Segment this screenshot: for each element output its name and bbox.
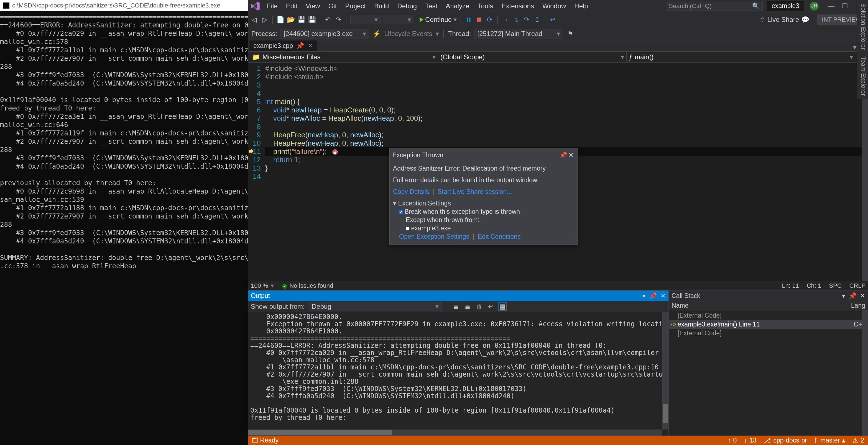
vs-logo-icon xyxy=(250,1,260,11)
branch-name[interactable]: ᚶ master ▴ xyxy=(814,437,845,444)
commits-up[interactable]: ↑ 0 xyxy=(728,437,737,444)
clear-icon[interactable]: 🗑 xyxy=(475,303,483,310)
console-output[interactable]: ========================================… xyxy=(0,11,248,445)
menu-file[interactable]: File xyxy=(263,1,282,12)
repo-name[interactable]: ⎇ cpp-docs-pr xyxy=(764,437,807,444)
side-rails: Solution ExplorerTeam Explorer xyxy=(857,0,868,445)
status-indent[interactable]: SPC xyxy=(829,282,841,289)
start-liveshare-link[interactable]: Start Live Share session... xyxy=(438,188,512,195)
autohide-icon[interactable]: 📌 xyxy=(649,292,657,300)
show-next-stmt-icon[interactable]: → xyxy=(502,16,509,24)
minimize-button[interactable]: — xyxy=(824,1,838,11)
thread-combo[interactable]: [251272] Main Thread▾ xyxy=(474,29,563,38)
menu-git[interactable]: Git xyxy=(324,1,341,12)
menu-debug[interactable]: Debug xyxy=(393,1,421,12)
wordwrap-icon[interactable]: ↵ xyxy=(487,303,495,310)
menu-tools[interactable]: Tools xyxy=(474,1,497,12)
pin-icon[interactable]: 📌 xyxy=(296,42,304,49)
document-tab[interactable]: example3.cpp 📌 ✕ xyxy=(249,40,317,51)
maximize-button[interactable]: ☐ xyxy=(838,1,852,11)
continue-button[interactable]: Continue ▾ xyxy=(420,16,457,24)
live-share-label[interactable]: Live Share xyxy=(767,16,799,24)
output-titlebar[interactable]: Output ▾ 📌 ✕ xyxy=(248,290,669,301)
nav-back-icon[interactable]: ◁ xyxy=(250,16,258,24)
edit-conditions-link[interactable]: Edit Conditions xyxy=(478,233,521,240)
collapse-icon[interactable]: ▾ xyxy=(393,200,396,207)
menu-build[interactable]: Build xyxy=(370,1,393,12)
window-position-icon[interactable]: ▾ xyxy=(842,292,845,300)
prev-icon[interactable]: ≣ xyxy=(464,303,471,310)
lifecycle-icon[interactable]: ⚡ xyxy=(372,30,381,38)
side-rail-team-explorer[interactable]: Team Explorer xyxy=(857,53,868,99)
menu-analyze[interactable]: Analyze xyxy=(442,1,473,12)
process-combo[interactable]: [244600] example3.exe▾ xyxy=(280,29,369,38)
user-badge[interactable]: JR xyxy=(810,2,819,10)
callstack-header[interactable]: Name Lang xyxy=(669,301,868,310)
undo-icon[interactable]: ↶ xyxy=(324,16,332,24)
config-combo[interactable]: ▾ xyxy=(350,15,381,24)
tab-dropdown-icon[interactable]: ▾ xyxy=(853,43,856,51)
callstack-row[interactable]: [External Code] xyxy=(669,311,868,320)
solution-name[interactable]: example3 xyxy=(767,1,804,11)
step-into-icon[interactable]: ↴ xyxy=(512,16,520,24)
new-project-icon[interactable]: 📄 xyxy=(277,16,284,24)
except-example3-checkbox[interactable] xyxy=(406,227,409,230)
break-when-thrown-checkbox[interactable] xyxy=(399,210,403,214)
break-all-icon[interactable] xyxy=(465,16,472,24)
open-exception-settings-link[interactable]: Open Exception Settings xyxy=(399,233,469,240)
console-titlebar[interactable]: c:\MSDN\cpp-docs-pr\docs\sanitizers\SRC_… xyxy=(0,0,248,11)
lifecycle-label[interactable]: Lifecycle Events xyxy=(384,30,432,38)
save-icon[interactable]: 💾 xyxy=(298,16,305,24)
nav-fwd-icon[interactable]: ▷ xyxy=(261,16,269,24)
step-out-icon[interactable]: ↥ xyxy=(533,16,541,24)
side-rail-solution-explorer[interactable]: Solution Explorer xyxy=(857,0,868,53)
redo-icon[interactable]: ↷ xyxy=(335,16,342,24)
stack-frame-icon[interactable]: ⚑ xyxy=(566,30,574,38)
code-editor[interactable]: 1234567891011121314 #include <Windows.h>… xyxy=(248,63,868,281)
nav-scope-combo[interactable]: (Global Scope) ▾ xyxy=(438,52,627,62)
callstack-row[interactable]: ➪example3.exe!main() Line 11C++ xyxy=(669,320,868,329)
menu-project[interactable]: Project xyxy=(341,1,370,12)
close-tab-icon[interactable]: ✕ xyxy=(308,42,313,49)
callstack-panel: Call Stack ▾ 📌 ✕ Name Lang xyxy=(669,290,868,436)
nav-project-combo[interactable]: 📁 Miscellaneous Files ▾ xyxy=(250,52,438,62)
restart-icon[interactable]: ⟳ xyxy=(486,16,494,24)
window-position-icon[interactable]: ▾ xyxy=(643,292,646,300)
vs-titlebar[interactable]: FileEditViewGitProjectBuildDebugTestAnal… xyxy=(248,0,868,12)
autohide-icon[interactable]: 📌 xyxy=(848,292,857,300)
output-source-combo[interactable]: Debug▾ xyxy=(309,302,442,311)
commits-down[interactable]: ↓ 13 xyxy=(744,437,756,444)
status-col[interactable]: Ch: 1 xyxy=(807,282,822,289)
open-icon[interactable]: 📂 xyxy=(287,16,295,24)
zoom-combo[interactable]: 100 % xyxy=(251,282,268,289)
output-scrollbar-vertical[interactable] xyxy=(662,312,669,430)
find-icon[interactable]: ≣ xyxy=(452,303,460,310)
step-back-icon[interactable]: ↩ xyxy=(549,16,557,24)
pin-icon[interactable]: 📌 xyxy=(559,151,567,159)
output-scrollbar-horizontal[interactable] xyxy=(248,430,662,436)
close-popup-icon[interactable]: ✕ xyxy=(567,151,575,159)
callstack-titlebar[interactable]: Call Stack ▾ 📌 ✕ xyxy=(669,290,868,301)
menu-test[interactable]: Test xyxy=(421,1,441,12)
output-text[interactable]: 0x00000427B64E0000. Exception thrown at … xyxy=(248,312,669,436)
callstack-row[interactable]: [External Code] xyxy=(669,329,868,338)
quick-search[interactable]: Search (Ctrl+Q) 🔍 xyxy=(666,2,763,10)
feedback-icon[interactable]: 💬 xyxy=(801,16,809,24)
nav-func-combo[interactable]: ƒ main() ▾ xyxy=(627,52,855,62)
error-glyph-icon[interactable] xyxy=(332,149,338,155)
step-over-icon[interactable]: ↷ xyxy=(523,16,530,24)
menu-help[interactable]: Help xyxy=(570,1,592,12)
platform-combo[interactable]: ▾ xyxy=(383,15,414,24)
menu-extensions[interactable]: Extensions xyxy=(498,1,538,12)
menu-view[interactable]: View xyxy=(302,1,324,12)
menu-window[interactable]: Window xyxy=(538,1,570,12)
menu-edit[interactable]: Edit xyxy=(282,1,301,12)
copy-details-link[interactable]: Copy Details xyxy=(393,188,429,195)
close-panel-icon[interactable]: ✕ xyxy=(660,292,666,300)
save-all-icon[interactable]: 💾 xyxy=(308,16,316,24)
output-toolbar: Show output from: Debug▾ ≣ ≣ 🗑 ↵ ▦ xyxy=(248,301,669,312)
resize-grip-icon[interactable]: ⋰ xyxy=(571,236,577,244)
toggle-icon[interactable]: ▦ xyxy=(499,303,506,310)
status-line[interactable]: Ln: 11 xyxy=(782,282,799,289)
stop-debug-icon[interactable] xyxy=(475,16,483,24)
